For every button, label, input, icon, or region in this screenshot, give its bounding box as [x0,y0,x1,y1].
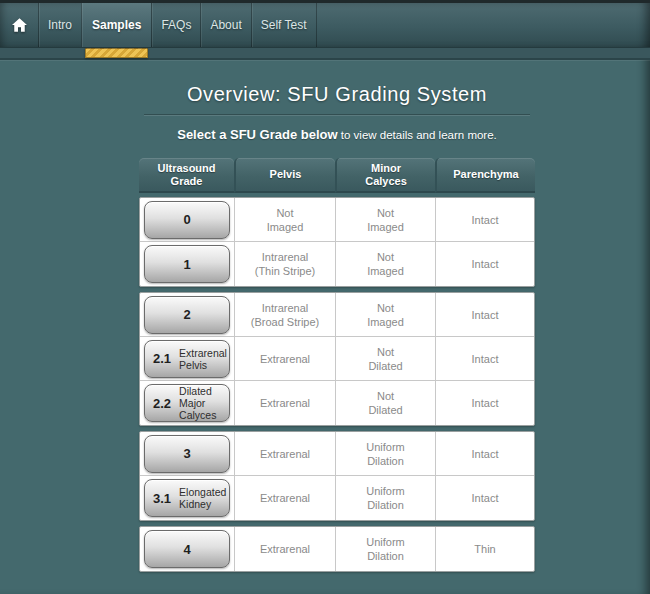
minor-calyces-cell: Uniform Dilation [336,432,436,475]
header-pelvis: Pelvis [234,158,335,193]
grade-group-0-1: 0 Not Imaged Not Imaged Intact 1 [139,197,535,287]
tab-self-test[interactable]: Self Test [251,3,317,47]
tab-self-test-label: Self Test [261,18,307,32]
parenchyma-cell: Intact [436,242,534,286]
pelvis-cell: Intrarenal (Thin Stripe) [235,242,336,286]
page-title: Overview: SFU Grading System [139,82,535,106]
grade-cell: 3 [140,432,235,475]
minor-calyces-cell: Uniform Dilation [336,527,436,571]
tab-intro[interactable]: Intro [38,3,81,47]
pelvis-cell: Extrarenal [235,476,336,520]
header-minor-calyces: Minor Calyces [335,158,435,193]
table-row: 2.1 Extrarenal Pelvis Extrarenal Not Dil… [140,337,534,381]
tab-samples[interactable]: Samples [81,3,151,47]
parenchyma-cell: Intact [436,293,534,336]
subtitle-rest: to view details and learn more. [338,129,497,141]
grade-cell: 2.2 Dilated Major Calyces [140,381,235,425]
pelvis-cell: Extrarenal [235,381,336,425]
minor-calyces-cell: Not Dilated [336,381,436,425]
pelvis-cell: Not Imaged [235,198,336,241]
parenchyma-cell: Intact [436,198,534,241]
grade-cell: 2.1 Extrarenal Pelvis [140,337,235,380]
pelvis-cell: Intrarenal (Broad Stripe) [235,293,336,336]
grade-button-1[interactable]: 1 [144,245,230,283]
grade-cell: 0 [140,198,235,241]
minor-calyces-cell: Not Dilated [336,337,436,380]
grade-button-3[interactable]: 3 [144,435,230,473]
subtitle-strong: Select a SFU Grade below [177,127,337,142]
grade-group-2: 2 Intrarenal (Broad Stripe) Not Imaged I… [139,292,535,426]
table-row: 1 Intrarenal (Thin Stripe) Not Imaged In… [140,242,534,286]
grade-group-4: 4 Extrarenal Uniform Dilation Thin [139,526,535,572]
parenchyma-cell: Intact [436,381,534,425]
active-tab-indicator [85,48,148,58]
tab-about[interactable]: About [200,3,250,47]
minor-calyces-cell: Not Imaged [336,198,436,241]
grade-cell: 2 [140,293,235,336]
pelvis-cell: Extrarenal [235,432,336,475]
minor-calyces-cell: Not Imaged [336,242,436,286]
tab-intro-label: Intro [48,18,72,32]
tab-about-label: About [210,18,241,32]
grade-cell: 1 [140,242,235,286]
parenchyma-cell: Intact [436,432,534,475]
sfu-grade-table: Ultrasound Grade Pelvis Minor Calyces Pa… [139,158,535,572]
grade-cell: 3.1 Elongated Kidney [140,476,235,520]
pelvis-cell: Extrarenal [235,337,336,380]
minor-calyces-cell: Not Imaged [336,293,436,336]
grade-cell: 4 [140,527,235,571]
tab-faqs-label: FAQs [161,18,191,32]
grade-button-3-1[interactable]: 3.1 Elongated Kidney [144,479,230,517]
header-parenchyma: Parenchyma [435,158,535,193]
tab-faqs[interactable]: FAQs [151,3,200,47]
pelvis-cell: Extrarenal [235,527,336,571]
parenchyma-cell: Intact [436,476,534,520]
table-row: 3.1 Elongated Kidney Extrarenal Uniform … [140,476,534,520]
grade-button-4[interactable]: 4 [144,530,230,568]
parenchyma-cell: Intact [436,337,534,380]
table-row: 2.2 Dilated Major Calyces Extrarenal Not… [140,381,534,425]
table-row: 3 Extrarenal Uniform Dilation Intact [140,432,534,476]
table-row: 0 Not Imaged Not Imaged Intact [140,198,534,242]
table-header-row: Ultrasound Grade Pelvis Minor Calyces Pa… [139,158,535,193]
header-ultrasound-grade: Ultrasound Grade [139,158,234,193]
grade-button-2[interactable]: 2 [144,296,230,334]
table-row: 4 Extrarenal Uniform Dilation Thin [140,527,534,571]
parenchyma-cell: Thin [436,527,534,571]
tab-samples-label: Samples [92,18,141,32]
home-button[interactable] [0,3,38,47]
minor-calyces-cell: Uniform Dilation [336,476,436,520]
grade-group-3: 3 Extrarenal Uniform Dilation Intact 3.1… [139,431,535,521]
main-content: Overview: SFU Grading System Select a SF… [0,60,650,591]
home-icon [10,16,29,34]
subtitle: Select a SFU Grade below to view details… [139,126,535,143]
title-divider [144,114,530,116]
top-navigation: Intro Samples FAQs About Self Test [0,0,650,48]
page: Intro Samples FAQs About Self Test Overv… [0,0,650,594]
table-row: 2 Intrarenal (Broad Stripe) Not Imaged I… [140,293,534,337]
grade-button-2-1[interactable]: 2.1 Extrarenal Pelvis [144,340,230,378]
grade-button-2-2[interactable]: 2.2 Dilated Major Calyces [144,384,230,422]
grade-button-0[interactable]: 0 [144,201,230,239]
